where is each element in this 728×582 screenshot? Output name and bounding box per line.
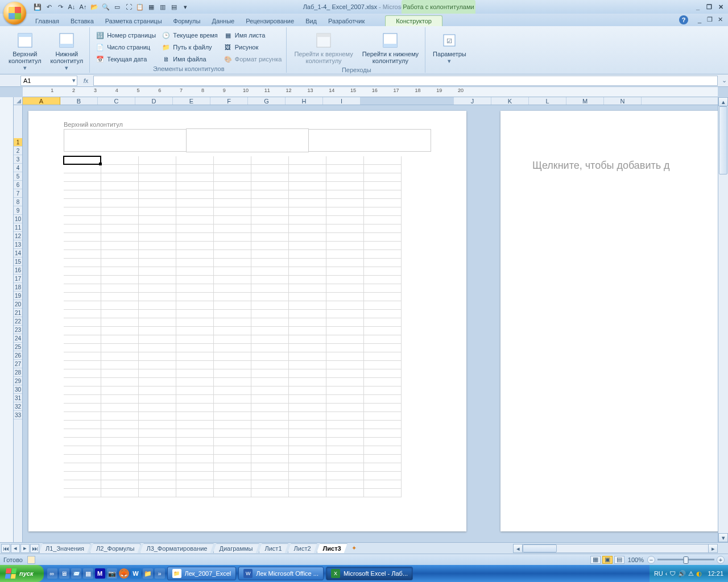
cell[interactable]	[176, 293, 214, 301]
ribbon-tab[interactable]: Разметка страницы	[100, 16, 168, 26]
cell[interactable]	[176, 455, 214, 463]
cell[interactable]	[364, 276, 402, 284]
cell[interactable]	[139, 455, 176, 463]
cell[interactable]	[101, 207, 139, 216]
cell[interactable]	[139, 335, 176, 344]
cell[interactable]	[176, 301, 214, 310]
cell[interactable]	[326, 242, 364, 250]
cell[interactable]	[176, 386, 214, 395]
tray-icon[interactable]: 🛡	[669, 570, 676, 577]
cell[interactable]	[64, 463, 101, 472]
tray-icon[interactable]: ◐	[696, 570, 702, 577]
cell[interactable]	[326, 352, 364, 361]
cell[interactable]	[176, 404, 214, 412]
start-button[interactable]: пуск	[0, 565, 44, 582]
cell[interactable]	[214, 267, 251, 276]
cell[interactable]	[326, 199, 364, 207]
cell[interactable]	[64, 310, 101, 318]
cell[interactable]	[289, 207, 326, 216]
cell[interactable]	[364, 225, 402, 233]
cell[interactable]	[139, 480, 176, 489]
cell[interactable]	[214, 173, 251, 182]
cell[interactable]	[214, 259, 251, 267]
cell[interactable]	[176, 276, 214, 284]
cell[interactable]	[326, 472, 364, 480]
cell[interactable]	[101, 412, 139, 421]
cell[interactable]	[176, 421, 214, 429]
quick-launch-chevron-icon[interactable]: »	[155, 568, 165, 579]
column-header[interactable]: M	[566, 97, 604, 105]
cell[interactable]	[251, 182, 289, 190]
cell[interactable]	[326, 173, 364, 182]
cell[interactable]	[251, 361, 289, 369]
quick-launch-icon[interactable]: W	[131, 568, 141, 579]
cell[interactable]	[326, 378, 364, 386]
sheet-tab[interactable]: Диаграммы	[213, 543, 259, 553]
cell[interactable]	[214, 190, 251, 199]
cell[interactable]	[101, 386, 139, 395]
quick-launch-icon[interactable]: ∞	[47, 568, 57, 579]
cell[interactable]	[326, 395, 364, 404]
cell[interactable]	[289, 352, 326, 361]
cell[interactable]	[176, 190, 214, 199]
cell[interactable]	[139, 327, 176, 335]
tab-nav-first-icon[interactable]: ⏮	[1, 544, 10, 553]
cell[interactable]	[101, 190, 139, 199]
cell[interactable]	[364, 233, 402, 242]
restore-button[interactable]: ❐	[704, 2, 714, 11]
cell[interactable]	[101, 284, 139, 293]
cell[interactable]	[289, 472, 326, 480]
cell[interactable]	[176, 250, 214, 259]
cell[interactable]	[251, 310, 289, 318]
cell[interactable]	[326, 429, 364, 438]
formula-input[interactable]	[93, 76, 718, 86]
cell[interactable]	[251, 293, 289, 301]
row-header[interactable]: 19	[14, 292, 22, 300]
cell[interactable]	[101, 335, 139, 344]
row-header[interactable]: 28	[14, 368, 22, 377]
taskbar-button[interactable]: WЛек Microsoft Office ...	[238, 567, 324, 580]
cell[interactable]	[139, 438, 176, 446]
cell[interactable]	[101, 404, 139, 412]
cell[interactable]	[176, 327, 214, 335]
cell[interactable]	[289, 327, 326, 335]
cell[interactable]	[214, 446, 251, 455]
cell[interactable]	[326, 463, 364, 472]
cell[interactable]	[176, 412, 214, 421]
cell[interactable]	[64, 242, 101, 250]
file-name-button[interactable]: 🗎Имя файла	[159, 53, 220, 65]
cell[interactable]	[101, 472, 139, 480]
cell[interactable]	[214, 369, 251, 378]
cell[interactable]	[251, 327, 289, 335]
cell[interactable]	[251, 369, 289, 378]
cell[interactable]	[64, 318, 101, 327]
header-right-section[interactable]	[308, 129, 431, 152]
cell-grid[interactable]	[64, 156, 404, 497]
cell[interactable]	[64, 199, 101, 207]
cell[interactable]	[251, 352, 289, 361]
column-header[interactable]: G	[248, 97, 286, 105]
cell[interactable]	[139, 190, 176, 199]
cell[interactable]	[251, 463, 289, 472]
cell[interactable]	[289, 225, 326, 233]
cell[interactable]	[139, 489, 176, 497]
cell[interactable]	[251, 335, 289, 344]
cell[interactable]	[139, 284, 176, 293]
column-header[interactable]: A	[23, 97, 60, 105]
zoom-in-button[interactable]: +	[717, 556, 725, 564]
cell[interactable]	[64, 207, 101, 216]
cell[interactable]	[64, 369, 101, 378]
quick-launch-icon[interactable]: 📁	[143, 568, 153, 579]
cell[interactable]	[101, 455, 139, 463]
cell[interactable]	[251, 207, 289, 216]
cell[interactable]	[251, 344, 289, 352]
quick-launch-icon[interactable]: M	[95, 568, 105, 579]
cell[interactable]	[64, 352, 101, 361]
cell[interactable]	[326, 489, 364, 497]
cell[interactable]	[176, 463, 214, 472]
cell[interactable]	[101, 429, 139, 438]
cell[interactable]	[364, 404, 402, 412]
header-area[interactable]: Верхний колонтитул	[64, 121, 431, 146]
row-header[interactable]: 18	[14, 283, 22, 292]
row-header[interactable]: 10	[14, 215, 22, 223]
